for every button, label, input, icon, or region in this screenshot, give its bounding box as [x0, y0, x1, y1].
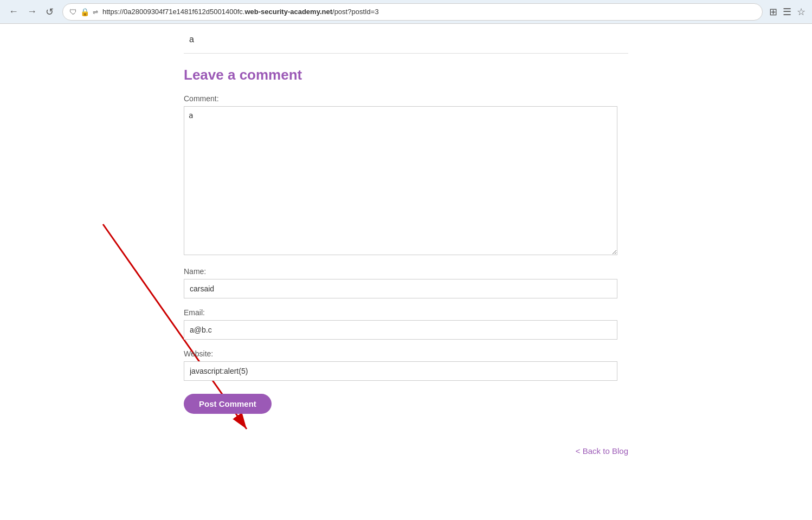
url-text: https://0a28009304f71e1481f612d5001400fc… [102, 8, 756, 16]
post-comment-button[interactable]: Post Comment [184, 394, 272, 414]
name-input[interactable] [184, 279, 617, 298]
star-icon[interactable]: ☆ [797, 6, 805, 18]
tune-icon: ⇌ [93, 8, 98, 16]
browser-bar: ← → ↺ 🛡 🔒 ⇌ https://0a28009304f71e1481f6… [0, 0, 812, 24]
email-input[interactable] [184, 320, 617, 340]
browser-actions: ⊞ ☰ ☆ [769, 6, 805, 18]
name-label: Name: [184, 267, 628, 276]
website-group: Website: [184, 349, 628, 381]
page-wrapper: a Leave a comment Comment: a Name: Email… [0, 24, 812, 520]
reload-button[interactable]: ↺ [43, 4, 56, 20]
comment-label: Comment: [184, 94, 628, 103]
qr-icon[interactable]: ⊞ [769, 6, 777, 18]
comment-input[interactable]: a [184, 106, 617, 255]
forward-button[interactable]: → [25, 4, 39, 20]
bookmark-list-icon[interactable]: ☰ [783, 6, 791, 18]
email-label: Email: [184, 308, 628, 317]
website-label: Website: [184, 349, 628, 358]
back-to-blog-link[interactable]: < Back to Blog [184, 446, 628, 456]
page-content: a Leave a comment Comment: a Name: Email… [184, 24, 628, 450]
name-group: Name: [184, 267, 628, 298]
post-letter: a [184, 35, 628, 44]
nav-buttons: ← → ↺ [7, 4, 56, 20]
website-input[interactable] [184, 361, 617, 381]
address-bar-icons: 🛡 🔒 ⇌ [69, 8, 98, 16]
email-group: Email: [184, 308, 628, 340]
comment-group: Comment: a [184, 94, 628, 257]
address-bar[interactable]: 🛡 🔒 ⇌ https://0a28009304f71e1481f612d500… [62, 3, 763, 21]
lock-icon: 🔒 [80, 8, 89, 16]
leave-comment-title: Leave a comment [184, 67, 628, 83]
back-button[interactable]: ← [7, 4, 21, 20]
shield-icon: 🛡 [69, 8, 77, 16]
section-divider [184, 53, 628, 54]
